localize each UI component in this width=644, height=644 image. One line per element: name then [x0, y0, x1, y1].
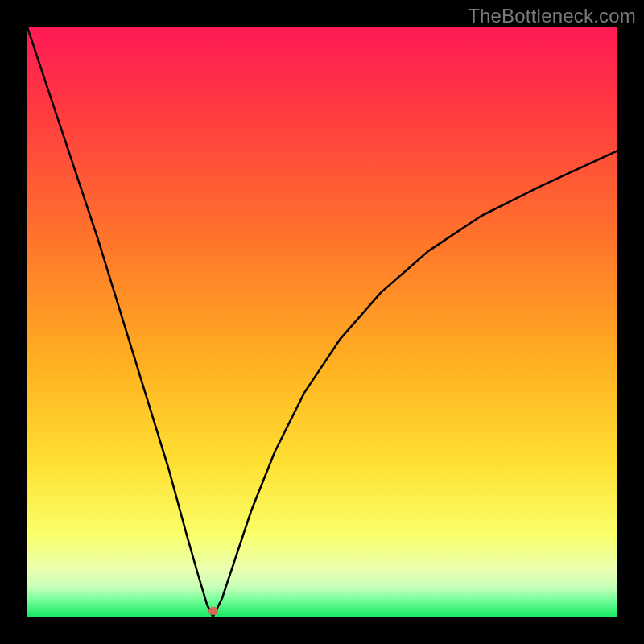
watermark-text: TheBottleneck.com	[468, 5, 636, 27]
chart-container: TheBottleneck.com	[0, 0, 644, 644]
curve-layer	[27, 27, 617, 617]
optimal-point-marker	[208, 607, 218, 615]
plot-area	[27, 27, 617, 617]
bottleneck-curve	[27, 27, 617, 617]
